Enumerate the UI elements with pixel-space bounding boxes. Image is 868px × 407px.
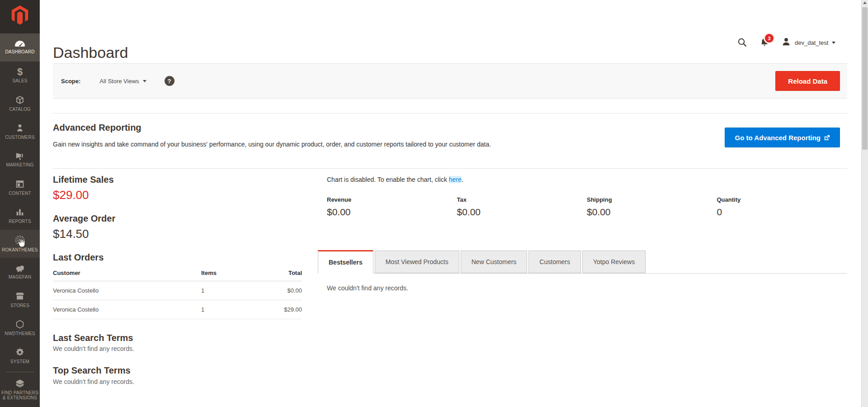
metric-value: 0 — [717, 207, 847, 218]
sidebar-menu: DASHBOARD $ SALES CATALOG — [0, 33, 40, 405]
last-search-terms-empty: We couldn't find any records. — [53, 345, 134, 352]
sidebar-item-label: ROKANTHEMES — [1, 247, 38, 253]
sidebar-item-content[interactable]: CONTENT — [0, 174, 40, 202]
order-customer: Veronica Costello — [53, 306, 201, 313]
svg-text:R: R — [19, 238, 22, 243]
user-avatar-icon — [781, 36, 791, 49]
sidebar-item-label: MAGEFAN — [8, 274, 32, 280]
sidebar-item-nwdthemes[interactable]: NWDTHEMES — [0, 314, 40, 342]
vertical-scrollbar — [861, 0, 868, 407]
metric-label: Revenue — [327, 196, 457, 203]
sidebar-item-catalog[interactable]: CATALOG — [0, 90, 40, 118]
extensions-brick-icon — [14, 379, 25, 388]
search-icon[interactable] — [737, 37, 748, 48]
person-icon — [15, 123, 24, 133]
sidebar-item-system[interactable]: SYSTEM — [0, 342, 40, 370]
store-view-value: All Store Views — [99, 78, 139, 85]
rokanthemes-swirl-icon: R — [14, 235, 25, 246]
sidebar-item-label: CUSTOMERS — [4, 135, 36, 140]
elephant-icon — [14, 264, 25, 273]
tab-yotpo-reviews[interactable]: Yotpo Reviews — [582, 251, 646, 273]
tab-bestsellers[interactable]: Bestsellers — [318, 250, 373, 274]
go-to-advanced-reporting-button[interactable]: Go to Advanced Reporting — [725, 128, 840, 147]
sidebar-item-rokanthemes[interactable]: R ROKANTHEMES — [0, 230, 40, 258]
order-customer: Veronica Costello — [53, 287, 201, 294]
top-search-terms-empty: We couldn't find any records. — [53, 378, 134, 385]
sidebar-item-label: CONTENT — [8, 191, 32, 196]
sidebar-item-marketing[interactable]: MARKETING — [0, 146, 40, 174]
sidebar-item-sales[interactable]: $ SALES — [0, 62, 40, 90]
user-menu[interactable]: dev_dat_test — [781, 36, 835, 49]
tab-new-customers[interactable]: New Customers — [461, 251, 528, 273]
gear-icon — [15, 347, 25, 357]
sidebar-item-magefan[interactable]: MAGEFAN — [0, 258, 40, 286]
sidebar-item-find-partners[interactable]: FIND PARTNERS & EXTENSIONS — [0, 374, 40, 405]
enable-chart-link[interactable]: here — [449, 176, 462, 183]
dashboard-tabs: Bestsellers Most Viewed Products New Cus… — [318, 250, 847, 292]
reload-data-button[interactable]: Reload Data — [775, 71, 840, 91]
metric-label: Tax — [457, 196, 587, 203]
advanced-reporting-section: Advanced Reporting Gain new insights and… — [53, 113, 847, 169]
tab-customers[interactable]: Customers — [528, 251, 581, 273]
metric-quantity: Quantity 0 — [717, 196, 847, 218]
sidebar-item-label: SALES — [11, 78, 28, 84]
last-search-terms-title: Last Search Terms — [53, 333, 133, 343]
box-icon — [15, 95, 25, 105]
advanced-reporting-title: Advanced Reporting — [53, 123, 142, 133]
magento-logo[interactable] — [0, 0, 40, 33]
last-orders-title: Last Orders — [53, 252, 104, 263]
sidebar-item-label: CATALOG — [8, 107, 32, 112]
scrollbar-up-arrow[interactable] — [862, 1, 868, 4]
lifetime-sales-title: Lifetime Sales — [53, 175, 114, 185]
help-icon[interactable]: ? — [165, 76, 175, 86]
table-row[interactable]: Veronica Costello 1 $0.00 — [53, 281, 302, 300]
metric-value: $0.00 — [587, 207, 717, 218]
admin-sidebar: DASHBOARD $ SALES CATALOG — [0, 0, 40, 407]
sidebar-item-label: STORES — [9, 303, 30, 308]
metrics-row: Revenue $0.00 Tax $0.00 Shipping $0.00 Q… — [327, 196, 847, 218]
tab-most-viewed-products[interactable]: Most Viewed Products — [375, 251, 459, 273]
scope-label: Scope: — [61, 78, 80, 85]
top-search-terms-title: Top Search Terms — [53, 365, 131, 376]
chart-disabled-notice: Chart is disabled. To enable the chart, … — [327, 176, 463, 183]
metric-revenue: Revenue $0.00 — [327, 196, 457, 218]
chevron-down-icon — [832, 42, 835, 44]
sidebar-item-label: SYSTEM — [9, 359, 30, 364]
column-header-total: Total — [252, 270, 302, 276]
lifetime-sales-value: $29.00 — [53, 188, 89, 202]
table-row[interactable]: Veronica Costello 1 $29.00 — [53, 300, 302, 319]
metric-label: Quantity — [717, 196, 847, 203]
dollar-icon: $ — [17, 67, 23, 76]
average-order-title: Average Order — [53, 213, 115, 224]
column-header-customer: Customer — [53, 270, 201, 276]
sidebar-item-customers[interactable]: CUSTOMERS — [0, 118, 40, 146]
metric-tax: Tax $0.00 — [457, 196, 587, 218]
magento-admin-dashboard: DASHBOARD $ SALES CATALOG — [0, 0, 868, 407]
chart-disabled-suffix: . — [462, 176, 463, 183]
advanced-reporting-description: Gain new insights and take command of yo… — [53, 141, 491, 148]
sidebar-item-dashboard[interactable]: DASHBOARD — [0, 33, 40, 62]
sidebar-item-label: MARKETING — [5, 162, 34, 168]
layout-icon — [15, 179, 25, 189]
tab-empty-message: We couldn't find any records. — [318, 274, 847, 292]
metric-value: $0.00 — [327, 207, 457, 218]
order-items: 1 — [201, 287, 252, 294]
sidebar-item-label: DASHBOARD — [4, 49, 35, 55]
store-view-switcher[interactable]: All Store Views — [99, 78, 146, 85]
sidebar-item-label: REPORTS — [8, 219, 32, 224]
sidebar-item-label: NWDTHEMES — [4, 331, 36, 336]
bar-chart-icon — [15, 207, 25, 217]
sidebar-item-stores[interactable]: STORES — [0, 286, 40, 314]
sidebar-item-reports[interactable]: REPORTS — [0, 202, 40, 230]
notifications-bell-icon[interactable]: 3 — [760, 37, 769, 48]
notification-count-badge: 3 — [765, 34, 774, 43]
order-total: $29.00 — [252, 306, 302, 313]
scope-toolbar: Scope: All Store Views ? Reload Data — [53, 63, 847, 99]
column-header-items: Items — [201, 270, 252, 276]
magento-logo-icon — [9, 5, 30, 29]
header-actions: 3 dev_dat_test — [737, 36, 835, 49]
scrollbar-thumb[interactable] — [862, 7, 868, 150]
order-items: 1 — [201, 306, 252, 313]
order-total: $0.00 — [252, 287, 302, 294]
page-title: Dashboard — [53, 44, 128, 62]
